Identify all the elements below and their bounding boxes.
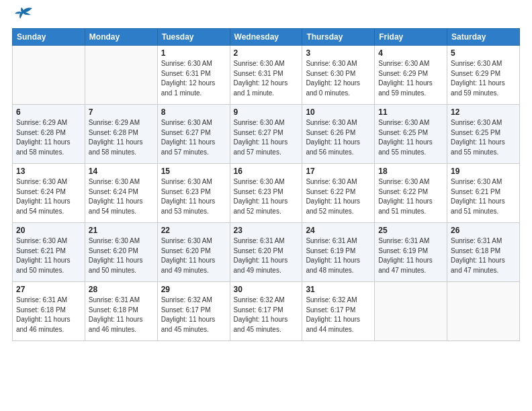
calendar-cell: 6Sunrise: 6:29 AM Sunset: 6:28 PM Daylig… bbox=[13, 105, 85, 164]
day-info: Sunrise: 6:30 AM Sunset: 6:30 PM Dayligh… bbox=[306, 59, 371, 98]
calendar-cell: 8Sunrise: 6:30 AM Sunset: 6:27 PM Daylig… bbox=[157, 105, 230, 164]
calendar-cell: 2Sunrise: 6:30 AM Sunset: 6:31 PM Daylig… bbox=[230, 46, 302, 105]
day-number: 25 bbox=[378, 226, 443, 235]
day-number: 6 bbox=[16, 107, 81, 117]
calendar-cell: 9Sunrise: 6:30 AM Sunset: 6:27 PM Daylig… bbox=[230, 105, 302, 164]
calendar-cell: 5Sunrise: 6:30 AM Sunset: 6:29 PM Daylig… bbox=[447, 46, 520, 105]
day-number: 4 bbox=[378, 48, 443, 58]
calendar-cell: 22Sunrise: 6:30 AM Sunset: 6:20 PM Dayli… bbox=[157, 223, 230, 282]
day-number: 28 bbox=[89, 285, 154, 294]
calendar-cell: 31Sunrise: 6:32 AM Sunset: 6:17 PM Dayli… bbox=[302, 282, 375, 341]
day-number: 13 bbox=[16, 167, 81, 176]
calendar-week-row: 20Sunrise: 6:30 AM Sunset: 6:21 PM Dayli… bbox=[13, 223, 520, 282]
day-number: 3 bbox=[306, 48, 371, 58]
day-number: 21 bbox=[89, 226, 154, 235]
calendar-week-row: 6Sunrise: 6:29 AM Sunset: 6:28 PM Daylig… bbox=[13, 105, 520, 164]
calendar-table: SundayMondayTuesdayWednesdayThursdayFrid… bbox=[12, 28, 520, 341]
day-info: Sunrise: 6:30 AM Sunset: 6:27 PM Dayligh… bbox=[234, 118, 299, 157]
calendar-cell: 11Sunrise: 6:30 AM Sunset: 6:25 PM Dayli… bbox=[375, 105, 447, 164]
day-number: 19 bbox=[451, 167, 516, 176]
day-info: Sunrise: 6:30 AM Sunset: 6:25 PM Dayligh… bbox=[378, 118, 443, 157]
calendar-cell: 23Sunrise: 6:31 AM Sunset: 6:20 PM Dayli… bbox=[230, 223, 302, 282]
calendar-week-row: 13Sunrise: 6:30 AM Sunset: 6:24 PM Dayli… bbox=[13, 164, 520, 223]
day-info: Sunrise: 6:31 AM Sunset: 6:18 PM Dayligh… bbox=[89, 295, 154, 334]
weekday-header-sunday: Sunday bbox=[13, 29, 85, 46]
day-info: Sunrise: 6:30 AM Sunset: 6:20 PM Dayligh… bbox=[161, 236, 226, 275]
day-number: 20 bbox=[16, 226, 81, 235]
day-info: Sunrise: 6:29 AM Sunset: 6:28 PM Dayligh… bbox=[16, 118, 81, 157]
weekday-header-saturday: Saturday bbox=[447, 29, 520, 46]
day-info: Sunrise: 6:30 AM Sunset: 6:26 PM Dayligh… bbox=[306, 118, 371, 157]
calendar-cell: 16Sunrise: 6:30 AM Sunset: 6:23 PM Dayli… bbox=[230, 164, 302, 223]
day-number: 29 bbox=[161, 285, 226, 294]
calendar-week-row: 27Sunrise: 6:31 AM Sunset: 6:18 PM Dayli… bbox=[13, 282, 520, 341]
day-info: Sunrise: 6:29 AM Sunset: 6:28 PM Dayligh… bbox=[89, 118, 154, 157]
day-number: 16 bbox=[234, 167, 299, 176]
day-info: Sunrise: 6:30 AM Sunset: 6:29 PM Dayligh… bbox=[378, 59, 443, 98]
day-number: 26 bbox=[451, 226, 516, 235]
calendar-cell bbox=[13, 46, 85, 105]
calendar-cell bbox=[375, 282, 447, 341]
day-info: Sunrise: 6:32 AM Sunset: 6:17 PM Dayligh… bbox=[306, 295, 371, 334]
day-number: 22 bbox=[161, 226, 226, 235]
calendar-cell: 12Sunrise: 6:30 AM Sunset: 6:25 PM Dayli… bbox=[447, 105, 520, 164]
day-number: 9 bbox=[234, 107, 299, 117]
calendar-cell: 19Sunrise: 6:30 AM Sunset: 6:21 PM Dayli… bbox=[447, 164, 520, 223]
calendar-cell: 27Sunrise: 6:31 AM Sunset: 6:18 PM Dayli… bbox=[13, 282, 85, 341]
calendar-cell: 14Sunrise: 6:30 AM Sunset: 6:24 PM Dayli… bbox=[85, 164, 157, 223]
day-number: 10 bbox=[306, 107, 371, 117]
day-info: Sunrise: 6:30 AM Sunset: 6:23 PM Dayligh… bbox=[234, 177, 299, 216]
calendar-cell bbox=[447, 282, 520, 341]
weekday-header-monday: Monday bbox=[85, 29, 157, 46]
day-info: Sunrise: 6:31 AM Sunset: 6:19 PM Dayligh… bbox=[378, 236, 443, 275]
calendar-cell: 4Sunrise: 6:30 AM Sunset: 6:29 PM Daylig… bbox=[375, 46, 447, 105]
weekday-header-row: SundayMondayTuesdayWednesdayThursdayFrid… bbox=[13, 29, 520, 46]
day-info: Sunrise: 6:30 AM Sunset: 6:25 PM Dayligh… bbox=[451, 118, 516, 157]
day-number: 31 bbox=[306, 285, 371, 294]
calendar-cell: 20Sunrise: 6:30 AM Sunset: 6:21 PM Dayli… bbox=[13, 223, 85, 282]
calendar-cell: 13Sunrise: 6:30 AM Sunset: 6:24 PM Dayli… bbox=[13, 164, 85, 223]
weekday-header-tuesday: Tuesday bbox=[157, 29, 230, 46]
header bbox=[12, 7, 520, 23]
calendar-cell: 1Sunrise: 6:30 AM Sunset: 6:31 PM Daylig… bbox=[157, 46, 230, 105]
day-info: Sunrise: 6:30 AM Sunset: 6:21 PM Dayligh… bbox=[451, 177, 516, 216]
day-info: Sunrise: 6:32 AM Sunset: 6:17 PM Dayligh… bbox=[161, 295, 226, 334]
calendar-cell: 29Sunrise: 6:32 AM Sunset: 6:17 PM Dayli… bbox=[157, 282, 230, 341]
day-info: Sunrise: 6:30 AM Sunset: 6:29 PM Dayligh… bbox=[451, 59, 516, 98]
day-info: Sunrise: 6:31 AM Sunset: 6:18 PM Dayligh… bbox=[451, 236, 516, 275]
calendar-cell: 26Sunrise: 6:31 AM Sunset: 6:18 PM Dayli… bbox=[447, 223, 520, 282]
day-info: Sunrise: 6:31 AM Sunset: 6:20 PM Dayligh… bbox=[234, 236, 299, 275]
calendar-cell: 18Sunrise: 6:30 AM Sunset: 6:22 PM Dayli… bbox=[375, 164, 447, 223]
day-info: Sunrise: 6:30 AM Sunset: 6:22 PM Dayligh… bbox=[306, 177, 371, 216]
logo bbox=[12, 9, 34, 23]
day-info: Sunrise: 6:30 AM Sunset: 6:22 PM Dayligh… bbox=[378, 177, 443, 216]
day-number: 17 bbox=[306, 167, 371, 176]
calendar-cell: 7Sunrise: 6:29 AM Sunset: 6:28 PM Daylig… bbox=[85, 105, 157, 164]
weekday-header-thursday: Thursday bbox=[302, 29, 375, 46]
day-info: Sunrise: 6:30 AM Sunset: 6:31 PM Dayligh… bbox=[234, 59, 299, 98]
day-number: 5 bbox=[451, 48, 516, 58]
calendar-cell: 21Sunrise: 6:30 AM Sunset: 6:20 PM Dayli… bbox=[85, 223, 157, 282]
calendar-cell: 17Sunrise: 6:30 AM Sunset: 6:22 PM Dayli… bbox=[302, 164, 375, 223]
day-info: Sunrise: 6:30 AM Sunset: 6:24 PM Dayligh… bbox=[16, 177, 81, 216]
day-number: 14 bbox=[89, 167, 154, 176]
calendar-cell: 30Sunrise: 6:32 AM Sunset: 6:17 PM Dayli… bbox=[230, 282, 302, 341]
logo-bird-icon bbox=[13, 7, 34, 24]
day-number: 23 bbox=[234, 226, 299, 235]
calendar-cell bbox=[85, 46, 157, 105]
calendar-week-row: 1Sunrise: 6:30 AM Sunset: 6:31 PM Daylig… bbox=[13, 46, 520, 105]
day-info: Sunrise: 6:30 AM Sunset: 6:31 PM Dayligh… bbox=[161, 59, 226, 98]
day-number: 30 bbox=[234, 285, 299, 294]
calendar-cell: 28Sunrise: 6:31 AM Sunset: 6:18 PM Dayli… bbox=[85, 282, 157, 341]
day-info: Sunrise: 6:30 AM Sunset: 6:20 PM Dayligh… bbox=[89, 236, 154, 275]
page: SundayMondayTuesdayWednesdayThursdayFrid… bbox=[0, 0, 532, 411]
day-number: 7 bbox=[89, 107, 154, 117]
calendar-cell: 10Sunrise: 6:30 AM Sunset: 6:26 PM Dayli… bbox=[302, 105, 375, 164]
day-number: 18 bbox=[378, 167, 443, 176]
day-number: 8 bbox=[161, 107, 226, 117]
day-info: Sunrise: 6:31 AM Sunset: 6:19 PM Dayligh… bbox=[306, 236, 371, 275]
calendar-cell: 15Sunrise: 6:30 AM Sunset: 6:23 PM Dayli… bbox=[157, 164, 230, 223]
day-info: Sunrise: 6:30 AM Sunset: 6:21 PM Dayligh… bbox=[16, 236, 81, 275]
calendar-cell: 3Sunrise: 6:30 AM Sunset: 6:30 PM Daylig… bbox=[302, 46, 375, 105]
day-info: Sunrise: 6:30 AM Sunset: 6:23 PM Dayligh… bbox=[161, 177, 226, 216]
